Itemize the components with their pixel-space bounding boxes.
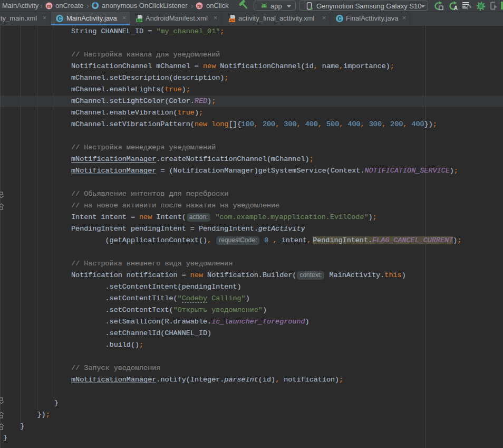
svg-text:C: C	[337, 16, 341, 22]
svg-text:A: A	[453, 5, 458, 11]
svg-text:C: C	[57, 16, 61, 22]
svg-text:m: m	[47, 4, 51, 9]
svg-text:m: m	[197, 4, 201, 9]
svg-text:</>: </>	[229, 18, 235, 22]
svg-text:MF: MF	[137, 18, 141, 22]
